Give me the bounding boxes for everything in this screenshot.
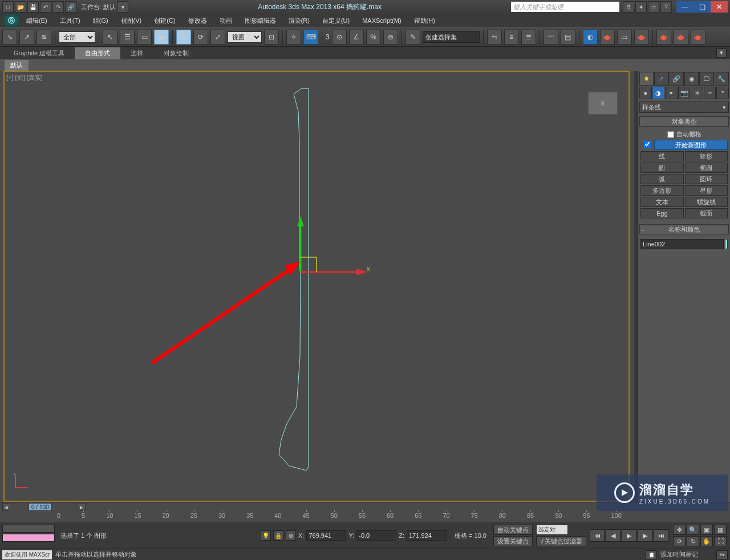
viewport-maximize-icon[interactable]: ⛶ <box>714 536 727 546</box>
keyboard-shortcut-icon[interactable]: ⌨ <box>303 30 318 44</box>
shape-arc-button[interactable]: 弧 <box>640 174 684 184</box>
redo-icon[interactable]: ↷ <box>52 1 64 13</box>
ribbon-tab-selection[interactable]: 选择 <box>120 47 153 59</box>
object-name-input[interactable] <box>640 239 724 249</box>
cameras-cat-icon[interactable]: 📷 <box>678 87 691 99</box>
isolate-icon[interactable]: 💡 <box>261 530 271 541</box>
window-crossing-icon[interactable]: ▣ <box>154 30 169 44</box>
viewport-roll-icon[interactable]: ↻ <box>687 536 699 546</box>
z-coord-input[interactable]: 171.924 <box>407 530 447 541</box>
viewport-pan-icon[interactable]: ✥ <box>673 525 686 535</box>
bind-spacewarp-icon[interactable]: ≋ <box>36 30 51 44</box>
script-mini-listener[interactable] <box>0 522 57 549</box>
workspace-dropdown-icon[interactable]: ▾ <box>117 1 128 13</box>
subscription-icon[interactable]: ✦ <box>635 1 647 13</box>
unlink-icon[interactable]: ↗ <box>19 30 34 44</box>
snap-toggle-icon[interactable]: ⊙ <box>332 30 347 44</box>
viewport-front[interactable]: [+] [前] [真实] 前 x z <box>3 71 630 502</box>
menu-group[interactable]: 组(G) <box>87 14 114 27</box>
absolute-mode-icon[interactable]: ⊕ <box>286 530 296 541</box>
hierarchy-tab-icon[interactable]: 🔗 <box>670 72 684 86</box>
favorites-icon[interactable]: ☆ <box>648 1 659 13</box>
edit-named-sel-icon[interactable]: ✎ <box>405 30 420 44</box>
schematic-view-icon[interactable]: ▤ <box>561 30 575 44</box>
viewport-scrollbar[interactable] <box>630 71 634 502</box>
rollout-object-type[interactable]: -对象类型 <box>639 116 729 127</box>
lock-selection-icon[interactable]: 🔒 <box>273 530 283 541</box>
shape-rectangle-button[interactable]: 矩形 <box>685 151 728 161</box>
object-color-swatch[interactable] <box>725 239 728 249</box>
shape-egg-button[interactable]: Egg <box>640 208 684 218</box>
display-tab-icon[interactable]: 🖵 <box>699 72 713 86</box>
menu-tools[interactable]: 工具(T) <box>54 14 86 27</box>
timeline-left-arrow-icon[interactable]: ◂ <box>2 503 10 511</box>
menu-create[interactable]: 创建(C) <box>148 14 181 27</box>
communication-icon[interactable]: ⠿ <box>623 1 634 13</box>
menu-customize[interactable]: 自定义(U) <box>317 14 355 27</box>
link-project-icon[interactable]: 🔗 <box>65 1 76 13</box>
select-region-icon[interactable]: ▭ <box>137 30 152 44</box>
menu-views[interactable]: 视图(V) <box>115 14 148 27</box>
frame-indicator[interactable]: 0 / 100 <box>29 503 52 511</box>
shape-ngon-button[interactable]: 多边形 <box>640 185 684 196</box>
align-icon[interactable]: ≡ <box>504 30 519 44</box>
spacewarps-cat-icon[interactable]: ≈ <box>704 87 716 99</box>
rendered-frame-icon[interactable]: ▭ <box>617 30 632 44</box>
help-icon[interactable]: ? <box>660 1 672 13</box>
shape-text-button[interactable]: 文本 <box>640 197 684 207</box>
modify-tab-icon[interactable]: ↗ <box>654 72 668 86</box>
maximize-button[interactable]: ▢ <box>694 1 711 13</box>
close-button[interactable]: ✕ <box>711 1 728 13</box>
viewport-zoomall-icon[interactable]: ▦ <box>714 525 727 535</box>
menu-grapheditors[interactable]: 图形编辑器 <box>239 14 282 27</box>
layers-icon[interactable]: ≣ <box>521 30 536 44</box>
menu-animation[interactable]: 动画 <box>214 14 238 27</box>
menu-rendering[interactable]: 渲染(R) <box>283 14 315 27</box>
spinner-snap-icon[interactable]: ⊚ <box>383 30 398 44</box>
x-coord-input[interactable]: 769.941 <box>306 530 346 541</box>
undo-icon[interactable]: ↶ <box>40 1 51 13</box>
ribbon-tab-paint[interactable]: 对象绘制 <box>153 47 199 59</box>
timeline-right-arrow-icon[interactable]: ▸ <box>78 503 86 511</box>
setkey-button[interactable]: 设置关键点 <box>493 536 533 546</box>
shape-circle-button[interactable]: 圆 <box>640 163 684 173</box>
render-active-icon[interactable]: 🫖 <box>674 30 688 44</box>
autogrid-checkbox[interactable] <box>667 131 674 138</box>
play-icon[interactable]: ▶ <box>622 529 636 542</box>
autokey-button[interactable]: 自动关键点 <box>493 525 533 535</box>
render-production-icon[interactable]: 🫖 <box>634 30 649 44</box>
key-large-icon[interactable]: 🗝 <box>716 550 728 559</box>
viewport-walk-icon[interactable]: ✋ <box>700 536 713 546</box>
y-coord-input[interactable]: -0.0 <box>356 530 396 541</box>
time-tag-icon[interactable]: 📋 <box>646 550 657 559</box>
rotate-tool-icon[interactable]: ⟳ <box>193 30 208 44</box>
motion-tab-icon[interactable]: ◉ <box>684 72 699 86</box>
scale-tool-icon[interactable]: ⤢ <box>210 30 225 44</box>
named-selection-sets[interactable]: 创建选择集 <box>423 31 480 43</box>
viewport-orbit-icon[interactable]: ⟳ <box>673 536 686 546</box>
next-frame-icon[interactable]: ▶ <box>638 529 652 542</box>
open-file-icon[interactable]: 📂 <box>15 1 26 13</box>
key-filters-button[interactable]: √关键点过滤器 <box>536 536 586 546</box>
material-editor-icon[interactable]: ◐ <box>583 30 598 44</box>
render-iterative-icon[interactable]: 🫖 <box>656 30 671 44</box>
start-new-shape-button[interactable]: 开始新图形 <box>654 140 728 150</box>
workspace-label[interactable]: 工作台: 默认 <box>81 3 116 11</box>
ribbon-sub-default[interactable]: 默认 <box>5 60 29 71</box>
systems-cat-icon[interactable]: * <box>716 87 729 99</box>
rollout-name-color[interactable]: -名称和颜色 <box>639 224 729 234</box>
mirror-icon[interactable]: ⇋ <box>487 30 502 44</box>
shape-line-button[interactable]: 线 <box>640 151 684 161</box>
goto-end-icon[interactable]: ⏭ <box>654 529 668 542</box>
menu-maxscript[interactable]: MAXScript(M) <box>356 15 407 26</box>
geometry-cat-icon[interactable]: ● <box>639 87 652 99</box>
start-new-shape-checkbox[interactable] <box>644 141 651 148</box>
helpers-cat-icon[interactable]: ✳ <box>691 87 703 99</box>
shape-star-button[interactable]: 星形 <box>685 185 728 196</box>
ribbon-tab-freeform[interactable]: 自由形式 <box>75 47 120 59</box>
utilities-tab-icon[interactable]: 🔧 <box>715 72 729 86</box>
shape-helix-button[interactable]: 螺旋线 <box>685 197 728 207</box>
shape-ellipse-button[interactable]: 椭圆 <box>685 163 728 173</box>
menu-help[interactable]: 帮助(H) <box>408 14 441 27</box>
create-tab-icon[interactable]: ✸ <box>639 72 654 86</box>
